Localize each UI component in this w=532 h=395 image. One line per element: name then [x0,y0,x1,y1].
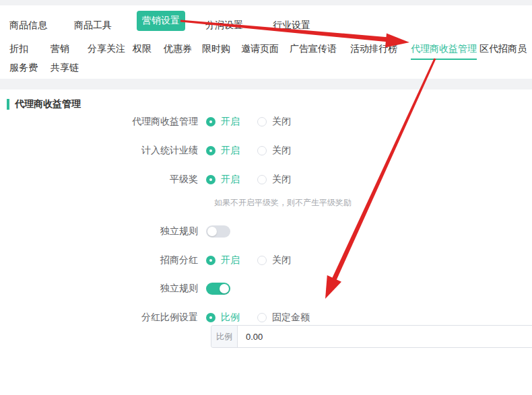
form-row-peer-award: 平级奖 开启 关闭 [0,174,532,186]
toggle-switch-off[interactable] [206,225,230,238]
radio-ratio-icon[interactable] [206,313,215,322]
switch-knob [207,227,217,236]
section-accent-bar [7,99,9,110]
settings-panel: 代理商收益管理 代理商收益管理 开启 关闭 计入统计业绩 开启 关闭 平级奖 [0,89,532,395]
subnav-activity-rank[interactable]: 活动排行榜 [350,43,397,55]
field-label: 代理商收益管理 [0,116,206,128]
radio-group: 开启 关闭 [206,254,291,266]
subnav-flash-sale[interactable]: 限时购 [202,43,230,55]
field-label: 招商分红 [0,254,206,266]
radio-off-label[interactable]: 关闭 [272,174,291,186]
radio-on-icon[interactable] [206,256,215,265]
form-row-investment-dividend: 招商分红 开启 关闭 [0,254,532,266]
field-label: 独立规则 [0,225,206,238]
subnav-marketing[interactable]: 营销 [51,43,69,55]
subnav-district-agent[interactable]: 区代招商员 [479,43,527,55]
field-label: 计入统计业绩 [0,145,206,157]
radio-off-label[interactable]: 关闭 [272,116,291,128]
radio-on-label[interactable]: 开启 [221,174,240,186]
form-row-count-stats: 计入统计业绩 开启 关闭 [0,145,532,157]
subnav-service-fee[interactable]: 服务费 [9,62,38,74]
form-row-independent-rule-1: 独立规则 [0,225,532,238]
subnav-agent-revenue[interactable]: 代理商收益管理 [411,43,477,60]
subnav-invite-page[interactable]: 邀请页面 [241,43,279,55]
ratio-input-group: 比例 [211,325,532,348]
tab-marketing-settings[interactable]: 营销设置 [137,11,185,31]
radio-group: 开启 关闭 [206,145,291,157]
subnav-discount[interactable]: 折扣 [9,43,28,55]
radio-off-icon[interactable] [257,117,267,127]
tab-profit-settings[interactable]: 分润设置 [205,20,243,32]
subnav-ad-slogan[interactable]: 广告宣传语 [290,43,337,55]
ratio-value-input[interactable] [238,326,532,347]
radio-on-icon[interactable] [206,146,215,155]
input-prefix-label: 比例 [211,326,238,347]
radio-fixed-label[interactable]: 固定金额 [272,312,310,324]
top-nav-panel: 商品信息 商品工具 营销设置 分润设置 行业设置 折扣 营销 分享关注 权限 优… [0,5,532,79]
subnav-permissions[interactable]: 权限 [133,43,152,55]
subnav-share-follow[interactable]: 分享关注 [88,43,125,55]
section-title: 代理商收益管理 [15,98,81,110]
form-row-independent-rule-2: 独立规则 [0,283,532,295]
tab-product-tools[interactable]: 商品工具 [74,20,112,32]
radio-off-icon[interactable] [257,256,267,265]
radio-fixed-icon[interactable] [257,313,267,322]
field-label: 分红比例设置 [0,312,206,324]
radio-on-label[interactable]: 开启 [221,145,240,157]
switch-knob [220,284,229,293]
subnav-coupons[interactable]: 优惠券 [164,43,192,55]
form-row-agent-revenue: 代理商收益管理 开启 关闭 [0,116,532,128]
radio-off-label[interactable]: 关闭 [272,254,291,266]
field-label: 独立规则 [0,283,206,295]
radio-ratio-label[interactable]: 比例 [221,312,240,324]
radio-off-label[interactable]: 关闭 [272,145,291,157]
radio-off-icon[interactable] [257,175,267,184]
field-label: 平级奖 [0,174,206,186]
radio-group: 开启 关闭 [206,174,291,186]
tab-product-info[interactable]: 商品信息 [9,20,47,32]
radio-group: 开启 关闭 [206,116,291,128]
subnav-shared-chain[interactable]: 共享链 [51,62,79,74]
radio-on-label[interactable]: 开启 [221,254,240,266]
radio-on-icon[interactable] [206,117,215,127]
radio-on-icon[interactable] [206,175,215,184]
radio-off-icon[interactable] [257,146,267,155]
form-row-dividend-ratio: 分红比例设置 比例 固定金额 [0,312,532,324]
radio-on-label[interactable]: 开启 [221,116,240,128]
toggle-switch-on[interactable] [206,283,230,295]
radio-group: 比例 固定金额 [206,312,310,324]
tab-industry-settings[interactable]: 行业设置 [273,20,310,32]
peer-award-helper-text: 如果不开启平级奖，则不产生平级奖励 [214,197,352,209]
